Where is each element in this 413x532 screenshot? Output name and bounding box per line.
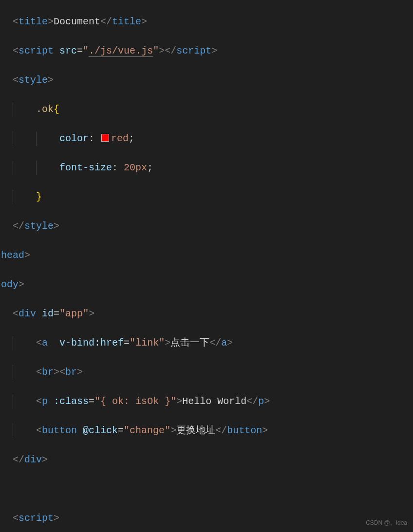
code-line: .ok{	[1, 102, 413, 117]
code-line: <style>	[1, 73, 413, 88]
code-line: head>	[1, 248, 413, 263]
color-swatch-icon	[101, 134, 109, 142]
code-line: <script src="./js/vue.js"></script>	[1, 44, 413, 58]
code-line: </style>	[1, 219, 413, 234]
code-line: font-size: 20px;	[1, 161, 413, 175]
code-line: ody>	[1, 277, 413, 292]
code-line	[1, 482, 413, 496]
code-line: <a v-bind:href="link">点击一下</a>	[1, 336, 413, 350]
code-line: <div id="app">	[1, 307, 413, 321]
code-line: }	[1, 190, 413, 204]
code-line: <p :class="{ ok: isOk }">Hello World</p>	[1, 394, 413, 409]
code-line: color: red;	[1, 131, 413, 146]
code-line: </div>	[1, 453, 413, 467]
code-editor: <title>Document</title> <script src="./j…	[0, 0, 413, 532]
watermark: CSDN @。Idea	[366, 518, 407, 527]
code-line: <script>	[1, 511, 413, 526]
code-line: <title>Document</title>	[1, 15, 413, 29]
code-line: <button @click="change">更换地址</button>	[1, 423, 413, 438]
code-line: <br><br>	[1, 365, 413, 380]
